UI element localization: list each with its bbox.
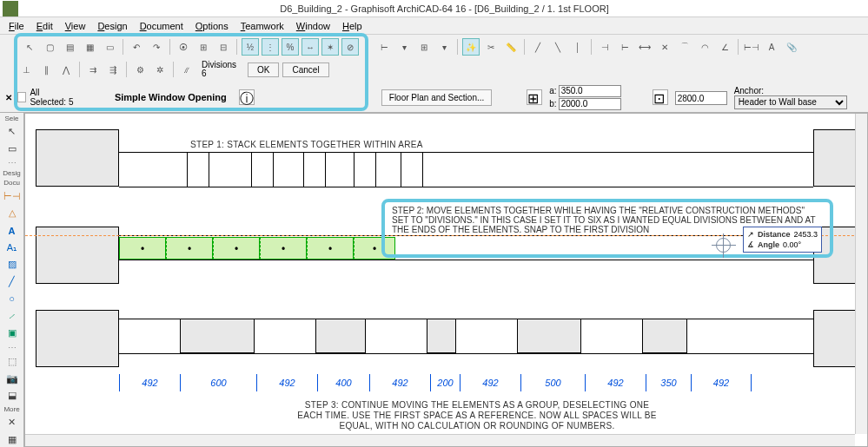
measure-icon[interactable]: 📏 (502, 38, 520, 56)
circle-tool[interactable]: ○ (3, 292, 22, 307)
ok-button[interactable]: OK (248, 62, 279, 77)
ref-3-icon[interactable]: ⊞ (415, 38, 433, 56)
divisions-icon[interactable]: ⫽ (178, 61, 195, 78)
zone-tool[interactable]: ▦ (3, 431, 22, 447)
magic-wand-icon[interactable]: ✨ (462, 38, 480, 56)
dim-icon[interactable]: ⊢⊣ (743, 38, 760, 56)
snap-none-icon[interactable]: ⊘ (341, 38, 359, 56)
redo-icon[interactable]: ↷ (148, 38, 165, 56)
special-snap-icon[interactable]: ✲ (151, 61, 169, 78)
dimension-value: 492 (256, 374, 317, 391)
floor-plan-section-button[interactable]: Floor Plan and Section... (381, 89, 493, 106)
crop-icon[interactable]: ✂ (482, 38, 500, 56)
line1-icon[interactable]: ╱ (529, 38, 547, 56)
label-tool[interactable]: A₁ (3, 240, 22, 255)
snap-half-icon[interactable]: ½ (242, 38, 259, 56)
clip-icon[interactable]: 📎 (783, 38, 800, 56)
anchor-label: Anchor: (734, 86, 847, 95)
step-1-text: STEP 1: STACK ELEMENTS TOGETHER WITHIN A… (190, 140, 423, 149)
toolbox: Sele ↖ ▭ ⋯ Desig Docu ⊢⊣ △ A A₁ ▨ ╱ ○ ⟋ … (0, 113, 24, 447)
wall-ref-icon[interactable]: ⊢ (375, 38, 393, 56)
intersect-icon[interactable]: ✕ (656, 38, 673, 56)
title-bar: D6_Building_2 - Graphisoft ArchiCAD-64 1… (0, 0, 868, 17)
line2-icon[interactable]: ╲ (549, 38, 567, 56)
snap-distance-icon[interactable]: ↔ (301, 38, 319, 56)
menu-view[interactable]: View (60, 19, 91, 33)
selected-opening[interactable] (166, 237, 213, 260)
selected-opening[interactable] (119, 237, 166, 260)
menu-edit[interactable]: Edit (31, 19, 58, 33)
multi-offset-icon[interactable]: ⇶ (104, 61, 122, 78)
undo-icon[interactable]: ↶ (128, 38, 145, 56)
main-area: Sele ↖ ▭ ⋯ Desig Docu ⊢⊣ △ A A₁ ▨ ╱ ○ ⟋ … (0, 113, 868, 447)
bisector-icon[interactable]: ⋀ (57, 61, 75, 78)
hotspot-tool[interactable]: ✕ (3, 415, 22, 431)
drawing-canvas[interactable]: STEP 1: STACK ELEMENTS TOGETHER WITHIN A… (24, 113, 868, 447)
selected-opening[interactable] (213, 237, 260, 260)
select-icon[interactable]: ▢ (41, 38, 58, 56)
info-icon[interactable]: ⓘ (239, 89, 255, 105)
anchor-select[interactable]: Header to Wall base (734, 95, 847, 109)
dim-a-input[interactable] (559, 85, 621, 97)
close-icon[interactable]: ✕ (3, 93, 14, 102)
parallel-icon[interactable]: ∥ (37, 61, 55, 78)
level-tool[interactable]: △ (3, 206, 22, 221)
cancel-button[interactable]: Cancel (282, 62, 328, 77)
trim1-icon[interactable]: ⊣ (596, 38, 613, 56)
arc-icon[interactable]: ◠ (696, 38, 713, 56)
snap-percent-icon[interactable]: % (282, 38, 299, 56)
suspend-icon[interactable]: ⦿ (175, 38, 192, 56)
stack-icon[interactable]: ▤ (61, 38, 78, 56)
drawing-tool[interactable]: ▣ (3, 325, 22, 341)
elev-icon[interactable]: ⊡ (653, 89, 668, 105)
camera-tool[interactable]: 📷 (3, 371, 22, 386)
menu-help[interactable]: Help (337, 19, 368, 33)
perp-icon[interactable]: ⊥ (17, 61, 35, 78)
ref-2-icon[interactable]: ▾ (395, 38, 413, 56)
ref-4-icon[interactable]: ▾ (435, 38, 453, 56)
fill-tool[interactable]: ▨ (3, 257, 22, 273)
element-type: Simple Window Opening (109, 90, 232, 104)
selected-opening[interactable] (260, 237, 307, 260)
menu-document[interactable]: Document (135, 19, 189, 33)
selected-opening[interactable] (307, 237, 354, 260)
line3-icon[interactable]: │ (569, 38, 586, 56)
text-icon[interactable]: A (763, 38, 780, 56)
menu-file[interactable]: File (3, 19, 30, 33)
vertical-scrollbar[interactable] (855, 114, 867, 434)
group-icon[interactable]: ⊞ (195, 38, 212, 56)
wall (813, 129, 857, 187)
fillet-icon[interactable]: ⌒ (676, 38, 693, 56)
angle-icon[interactable]: ∠ (716, 38, 733, 56)
trim2-icon[interactable]: ⊢ (616, 38, 633, 56)
selection-dropdown-icon[interactable] (17, 92, 26, 102)
layer-icon[interactable]: ▭ (101, 38, 118, 56)
line-tool[interactable]: ╱ (3, 274, 22, 290)
adjust-icon[interactable]: ⟷ (636, 38, 653, 56)
marquee-tool[interactable]: ▭ (3, 141, 22, 157)
section-tool[interactable]: ⬚ (3, 354, 22, 370)
dimension-value: 350 (646, 374, 691, 391)
dim-c-input[interactable] (675, 91, 727, 105)
offset-icon[interactable]: ⇉ (84, 61, 102, 78)
snap-divisions-icon[interactable]: ⋮ (262, 38, 279, 56)
menu-window[interactable]: Window (291, 19, 335, 33)
grid-icon[interactable]: ▦ (81, 38, 98, 56)
dim-b-input[interactable] (559, 98, 621, 110)
arrow-tool-icon[interactable]: ↖ (21, 38, 38, 56)
polyline-tool[interactable]: ⟋ (3, 308, 22, 324)
snap-best-icon[interactable]: ✶ (321, 38, 339, 56)
text-tool[interactable]: A (3, 223, 22, 239)
geometry-icon[interactable]: ⊞ (527, 89, 542, 105)
ungroup-icon[interactable]: ⊟ (215, 38, 232, 56)
gear-icon[interactable]: ⚙ (131, 61, 149, 78)
menu-options[interactable]: Options (190, 19, 234, 33)
toolbox-section-more: More (0, 405, 23, 413)
horizontal-scrollbar[interactable] (25, 434, 855, 446)
dimension-value: 492 (460, 374, 520, 391)
menu-teamwork[interactable]: Teamwork (235, 19, 289, 33)
dimension-tool[interactable]: ⊢⊣ (3, 188, 22, 204)
arrow-tool[interactable]: ↖ (3, 124, 22, 140)
elevation-tool[interactable]: ⬓ (3, 388, 22, 404)
menu-design[interactable]: Design (92, 19, 132, 33)
